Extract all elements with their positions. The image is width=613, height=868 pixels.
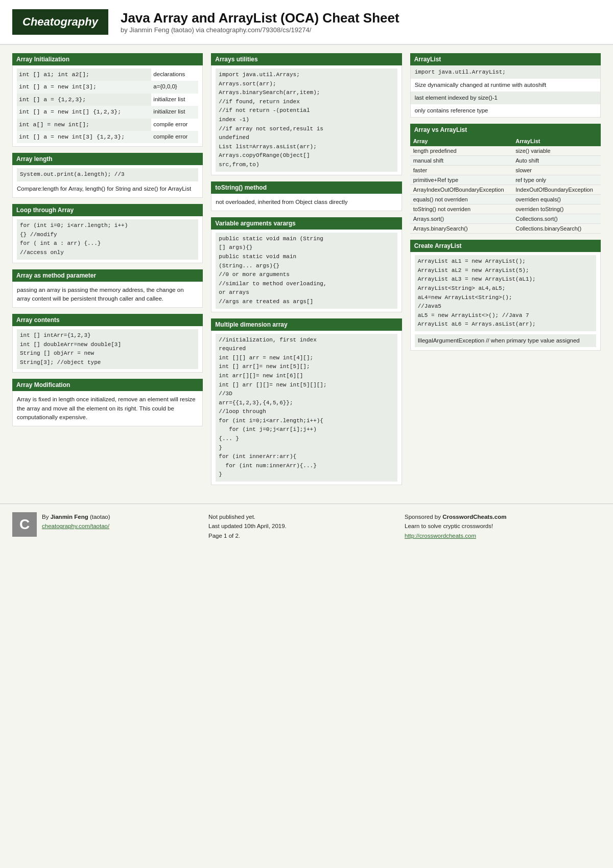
tostring-note: not overloaded, inherited from Object cl…: [216, 197, 397, 208]
compare-cell: overriden equals(): [512, 195, 601, 204]
arraylist-item-4: only contains reference type: [411, 104, 600, 117]
compare-cell: toString() not overriden: [410, 204, 513, 214]
compare-cell: Arrays.binarySearch(): [410, 224, 513, 234]
section-body-array-init: int [] a1; int a2[]; declarations int []…: [12, 65, 203, 147]
code-cell: int [] a = new int[3] {1,2,3};: [17, 131, 151, 143]
compare-col2-header: ArrayList: [512, 136, 601, 146]
section-header-arrays-utilities: Arrays utilities: [211, 53, 402, 65]
code-cell: int [] a = {1,2,3};: [17, 94, 151, 106]
footer-sponsor-line1: Sponsored by CrosswordCheats.com: [405, 512, 601, 521]
column-2: Arrays utilities import java.util.Arrays…: [207, 53, 406, 491]
header-text: Java Array and ArrayList (OCA) Cheat She…: [121, 10, 399, 34]
array-length-note: Compare:length for Array, length() for S…: [17, 184, 198, 194]
compare-cell: length predefined: [410, 146, 513, 156]
logo: Cheatography: [12, 9, 108, 35]
code-cell: int [] a = new int[3];: [17, 81, 151, 93]
section-array-method-param: Array as method parameter passing an arr…: [12, 269, 203, 308]
arraylist-exception-note: IllegalArgumentException // when primary…: [415, 334, 596, 347]
compare-cell: slower: [512, 166, 601, 175]
section-array-length: Array length System.out.print(a.length);…: [12, 153, 203, 198]
footer-publish-status: Not published yet.: [208, 512, 405, 521]
footer-page: Page 1 of 2.: [208, 531, 405, 540]
table-row: ArrayIndexOutOfBoundaryException IndexOu…: [410, 185, 601, 195]
compare-cell: Collections.binarySearch(): [512, 224, 601, 234]
section-create-arraylist: Create ArrayList ArrayList aL1 = new Arr…: [410, 240, 601, 351]
table-row: Arrays.sort() Collections.sort(): [410, 214, 601, 224]
section-body-create-arraylist: ArrayList aL1 = new ArrayList(); ArrayLi…: [410, 252, 601, 351]
array-contents-code: int [] intArr={1,2,3} int [] doubleArr=n…: [17, 329, 198, 369]
section-loop-array: Loop through Array for (int i=0; i<arr.l…: [12, 204, 203, 263]
footer-sponsor-line2: Learn to solve cryptic crosswords!: [405, 521, 601, 531]
compare-cell: overriden toString(): [512, 204, 601, 214]
compare-cell: Auto shift: [512, 156, 601, 166]
section-body-array-contents: int [] intArr={1,2,3} int [] doubleArr=n…: [12, 326, 203, 373]
varargs-code: public static void main (String [] args)…: [216, 233, 397, 309]
section-multi-dim: Multiple dimension array //initializatio…: [211, 318, 402, 486]
desc-cell: declarations: [151, 68, 198, 81]
table-header-row: Array vs ArrayList: [410, 124, 601, 136]
table-row: equals() not overriden overriden equals(…: [410, 195, 601, 204]
section-header-loop-array: Loop through Array: [12, 204, 203, 216]
section-body-array-length: System.out.print(a.length); //3 Compare:…: [12, 165, 203, 198]
column-1: Array Initialization int [] a1; int a2[]…: [8, 53, 207, 491]
section-header-varargs: Variable arguments varargs: [211, 217, 402, 230]
code-cell: int [] a1; int a2[];: [17, 68, 151, 81]
array-length-code: System.out.print(a.length); //3: [17, 168, 198, 181]
section-body-multi-dim: //initialization, first index required i…: [211, 331, 402, 486]
loop-array-code: for (int i=0; i<arr.length; i++) {} //mo…: [17, 219, 198, 259]
compare-cell: Collections.sort(): [512, 214, 601, 224]
footer-sponsor-link: http://crosswordcheats.com: [405, 531, 601, 540]
section-arraylist: ArrayList import java.util.ArrayList; Si…: [410, 53, 601, 118]
desc-cell: compile error: [151, 131, 198, 143]
desc-cell: compile error: [151, 119, 198, 131]
column-3: ArrayList import java.util.ArrayList; Si…: [406, 53, 605, 491]
table-row: int [] a = {1,2,3}; initializer list: [17, 94, 198, 106]
arraylist-item-1: import java.util.ArrayList;: [411, 65, 600, 79]
section-header-tostring: toString() method: [211, 181, 402, 194]
table-row: int [] a = new int[3]; a={0,0,0}: [17, 81, 198, 93]
footer-author-info: By Jianmin Feng (taotao) cheatography.co…: [42, 512, 110, 531]
section-body-array-method-param: passing an array is passing the memory a…: [12, 282, 203, 308]
table-row: int [] a1; int a2[]; declarations: [17, 68, 198, 81]
section-body-varargs: public static void main (String [] args)…: [211, 230, 402, 312]
arrays-utilities-code: import java.util.Arrays; Arrays.sort(arr…: [216, 68, 397, 172]
compare-cell: ref type only: [512, 175, 601, 185]
compare-table: Array vs ArrayList Array ArrayList lengt…: [410, 124, 601, 234]
section-header-create-arraylist: Create ArrayList: [410, 240, 601, 252]
section-array-modification: Array Modification Array is fixed in len…: [12, 379, 203, 426]
table-row: manual shift Auto shift: [410, 156, 601, 166]
section-tostring-method: toString() method not overloaded, inheri…: [211, 181, 402, 211]
arraylist-item-2: Size dynamically changed at runtime with…: [411, 79, 600, 92]
footer-right: Sponsored by CrosswordCheats.com Learn t…: [405, 512, 601, 540]
section-array-contents: Array contents int [] intArr={1,2,3} int…: [12, 314, 203, 373]
table-row: toString() not overriden overriden toStr…: [410, 204, 601, 214]
footer-author-link: cheatography.com/taotao/: [42, 521, 110, 531]
table-row: int a[] = new int[]; compile error: [17, 119, 198, 131]
section-body-arrays-utilities: import java.util.Arrays; Arrays.sort(arr…: [211, 65, 402, 175]
compare-subheader-row: Array ArrayList: [410, 136, 601, 146]
compare-cell: manual shift: [410, 156, 513, 166]
section-varargs: Variable arguments varargs public static…: [211, 217, 402, 312]
section-body-tostring: not overloaded, inherited from Object cl…: [211, 194, 402, 211]
desc-cell: initializer list: [151, 106, 198, 118]
arraylist-item-3: last element indexed by size()-1: [411, 92, 600, 104]
main-content: Array Initialization int [] a1; int a2[]…: [0, 45, 613, 499]
section-body-loop-array: for (int i=0; i<arr.length; i++) {} //mo…: [12, 216, 203, 263]
section-header-array-init: Array Initialization: [12, 53, 203, 65]
section-header-array-method-param: Array as method parameter: [12, 269, 203, 282]
section-header-arraylist: ArrayList: [410, 53, 601, 65]
compare-cell: equals() not overriden: [410, 195, 513, 204]
table-row: faster slower: [410, 166, 601, 175]
section-header-array-length: Array length: [12, 153, 203, 165]
compare-cell: size() variable: [512, 146, 601, 156]
page-subtitle: by Jianmin Feng (taotao) via cheatograph…: [121, 26, 399, 34]
section-body-arraylist: import java.util.ArrayList; Size dynamic…: [410, 65, 601, 118]
section-header-array-contents: Array contents: [12, 314, 203, 326]
section-array-vs-arraylist: Array vs ArrayList Array ArrayList lengt…: [410, 124, 601, 234]
footer-logo-icon: C: [12, 512, 37, 537]
section-array-init: Array Initialization int [] a1; int a2[]…: [12, 53, 203, 147]
footer: C By Jianmin Feng (taotao) cheatography.…: [0, 504, 613, 549]
footer-left: C By Jianmin Feng (taotao) cheatography.…: [12, 512, 208, 540]
section-arrays-utilities: Arrays utilities import java.util.Arrays…: [211, 53, 402, 175]
footer-author-line: By Jianmin Feng (taotao): [42, 512, 110, 521]
